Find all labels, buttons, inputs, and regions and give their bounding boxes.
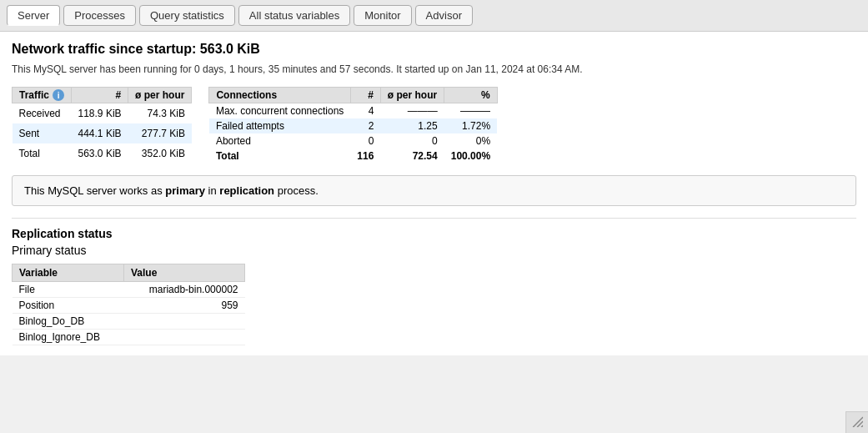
table-row: Total 563.0 KiB 352.0 KiB <box>13 143 192 164</box>
primary-position-value: 959 <box>123 298 244 314</box>
primary-col-variable: Variable <box>13 264 124 282</box>
page-subtitle: This MySQL server has been running for 0… <box>12 63 856 75</box>
replication-section-title: Replication status <box>12 227 856 240</box>
primary-binlogignoredb-value <box>123 330 244 345</box>
tab-processes[interactable]: Processes <box>63 5 136 26</box>
table-row: Failed attempts 2 1.25 1.72% <box>209 118 497 133</box>
table-row: Position 959 <box>13 298 245 314</box>
conn-failed-value: 2 <box>350 118 380 133</box>
replication-info-box: This MySQL server works as primary in re… <box>12 175 856 206</box>
tab-query-statistics[interactable]: Query statistics <box>139 5 235 26</box>
conn-aborted-pct: 0% <box>444 133 497 149</box>
primary-binlogdodb-value <box>123 314 244 330</box>
primary-position-label: Position <box>13 298 124 314</box>
traffic-col-perhour: ø per hour <box>128 88 192 103</box>
info-text-before: This MySQL server works as <box>24 184 165 197</box>
traffic-table: Traffic i # ø per hour Received 118.9 Ki… <box>12 87 192 164</box>
conn-max-perhour: ——— <box>380 103 444 119</box>
conn-col-value: # <box>350 88 380 103</box>
conn-max-value: 4 <box>350 103 380 119</box>
table-row: File mariadb-bin.000002 <box>13 282 245 298</box>
conn-total-pct: 100.00% <box>444 149 497 164</box>
conn-failed-pct: 1.72% <box>444 118 497 133</box>
conn-col-perhour: ø per hour <box>380 88 444 103</box>
traffic-col-label: Traffic i <box>13 88 72 103</box>
conn-col-pct: % <box>444 88 497 103</box>
conn-failed-perhour: 1.25 <box>380 118 444 133</box>
info-bold-primary: primary <box>165 184 205 197</box>
table-row: Received 118.9 KiB 74.3 KiB <box>13 103 192 124</box>
tab-all-status-variables[interactable]: All status variables <box>238 5 350 26</box>
conn-max-label: Max. concurrent connections <box>209 103 350 119</box>
traffic-row-total-value: 563.0 KiB <box>72 143 128 164</box>
conn-failed-label: Failed attempts <box>209 118 350 133</box>
info-bold-replication: replication <box>219 184 274 197</box>
traffic-row-sent-value: 444.1 KiB <box>72 123 128 143</box>
traffic-row-received-perhour: 74.3 KiB <box>128 103 192 124</box>
traffic-row-received-label: Received <box>13 103 72 124</box>
traffic-row-sent-label: Sent <box>13 123 72 143</box>
primary-file-label: File <box>13 282 124 298</box>
table-row: Max. concurrent connections 4 ——— ——— <box>209 103 497 119</box>
replication-sub-title: Primary status <box>12 244 856 257</box>
conn-aborted-label: Aborted <box>209 133 350 149</box>
traffic-col-value: # <box>72 88 128 103</box>
traffic-row-total-perhour: 352.0 KiB <box>128 143 192 164</box>
conn-max-pct: ——— <box>444 103 497 119</box>
tab-bar: Server Processes Query statistics All st… <box>0 0 868 32</box>
connections-table: Connections # ø per hour % Max. concurre… <box>208 87 497 164</box>
conn-total-value: 116 <box>350 149 380 164</box>
primary-binlogignoredb-label: Binlog_Ignore_DB <box>13 330 124 345</box>
traffic-row-total-label: Total <box>13 143 72 164</box>
traffic-header-text: Traffic <box>19 89 49 101</box>
primary-binlogdodb-label: Binlog_Do_DB <box>13 314 124 330</box>
conn-aborted-value: 0 <box>350 133 380 149</box>
primary-col-value: Value <box>123 264 244 282</box>
info-text-after: process. <box>274 184 319 197</box>
tables-section: Traffic i # ø per hour Received 118.9 Ki… <box>12 87 856 164</box>
primary-file-value: mariadb-bin.000002 <box>123 282 244 298</box>
table-row: Total 116 72.54 100.00% <box>209 149 497 164</box>
traffic-info-icon[interactable]: i <box>53 89 64 101</box>
conn-total-label: Total <box>209 149 350 164</box>
conn-aborted-perhour: 0 <box>380 133 444 149</box>
table-row: Binlog_Ignore_DB <box>13 330 245 345</box>
page-title: Network traffic since startup: 563.0 KiB <box>12 42 856 57</box>
tab-advisor[interactable]: Advisor <box>415 5 473 26</box>
table-row: Aborted 0 0 0% <box>209 133 497 149</box>
info-text-middle: in <box>205 184 219 197</box>
section-divider <box>12 218 856 219</box>
table-row: Binlog_Do_DB <box>13 314 245 330</box>
conn-col-label: Connections <box>209 88 350 103</box>
traffic-row-received-value: 118.9 KiB <box>72 103 128 124</box>
main-content: Network traffic since startup: 563.0 KiB… <box>0 32 868 355</box>
table-row: Sent 444.1 KiB 277.7 KiB <box>13 123 192 143</box>
traffic-row-sent-perhour: 277.7 KiB <box>128 123 192 143</box>
primary-status-table: Variable Value File mariadb-bin.000002 P… <box>12 264 245 345</box>
tab-monitor[interactable]: Monitor <box>354 5 411 26</box>
conn-total-perhour: 72.54 <box>380 149 444 164</box>
tab-server[interactable]: Server <box>7 5 60 26</box>
